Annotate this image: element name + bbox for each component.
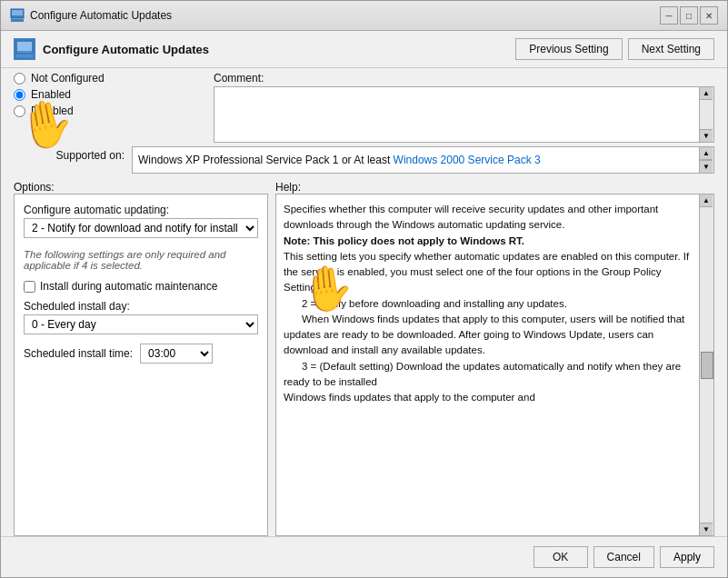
next-setting-button[interactable]: Next Setting [628, 38, 714, 60]
scheduled-time-label: Scheduled install time: [24, 347, 133, 360]
title-text: Configure Automatic Updates [30, 9, 172, 22]
config-dropdown[interactable]: 2 - Notify for download and notify for i… [24, 218, 258, 238]
auto-maintain-label[interactable]: Install during automatic maintenance [40, 280, 217, 293]
maximize-button[interactable]: □ [680, 6, 698, 25]
main-dialog: Configure Automatic Updates ─ □ ✕ Config… [0, 0, 728, 578]
help-scrollbar[interactable]: ▲ ▼ [699, 194, 713, 535]
scheduled-day-label: Scheduled install day: [24, 300, 258, 313]
svg-rect-2 [11, 19, 24, 22]
comment-column: Comment: ▲ ▼ [214, 72, 714, 143]
enabled-radio[interactable] [14, 89, 25, 101]
not-configured-radio[interactable] [14, 73, 25, 85]
not-configured-label[interactable]: Not Configured [31, 72, 105, 85]
supported-text: Windows XP Professional Service Pack 1 o… [138, 154, 541, 166]
help-p5: When Windows finds updates that apply to… [284, 312, 690, 359]
footer-row: OK Cancel Apply [1, 536, 727, 577]
svg-rect-5 [16, 55, 33, 57]
disabled-label[interactable]: Disabled [31, 105, 74, 117]
close-button[interactable]: ✕ [700, 6, 718, 25]
disabled-radio[interactable] [14, 105, 25, 117]
header-title: Configure Automatic Updates [43, 43, 209, 56]
scroll-down-arrow[interactable]: ▼ [700, 523, 713, 535]
title-bar-left: Configure Automatic Updates [10, 8, 172, 23]
svg-rect-4 [17, 42, 32, 51]
scheduled-day-group: Scheduled install day: 0 - Every day 1 -… [24, 300, 258, 334]
disabled-row: Disabled [14, 105, 214, 117]
help-p7: Windows finds updates that apply to the … [284, 390, 690, 405]
title-bar: Configure Automatic Updates ─ □ ✕ [1, 1, 727, 31]
options-box: Configure automatic updating: 2 - Notify… [14, 194, 268, 536]
help-content: Specifies whether this computer will rec… [284, 202, 706, 405]
help-p3: This setting lets you specify whether au… [284, 249, 690, 296]
supported-value: Windows XP Professional Service Pack 1 o… [132, 146, 700, 174]
note-text: The following settings are only required… [24, 249, 258, 271]
configure-updating-label: Configure automatic updating: [24, 204, 258, 216]
options-panel: Configure automatic updating: 2 - Notify… [14, 194, 268, 536]
help-box: Specifies whether this computer will rec… [275, 194, 714, 536]
win2000-link[interactable]: Windows 2000 Service Pack 3 [394, 154, 541, 166]
configure-updating-group: Configure automatic updating: 2 - Notify… [24, 204, 258, 238]
header-left: Configure Automatic Updates [14, 38, 209, 60]
title-controls: ─ □ ✕ [660, 6, 718, 25]
scheduled-time-dropdown[interactable]: 00:00 01:00 02:00 03:00 04:00 05:00 [140, 344, 213, 364]
scheduled-time-row: Scheduled install time: 00:00 01:00 02:0… [24, 344, 258, 364]
previous-setting-button[interactable]: Previous Setting [515, 38, 622, 60]
checkbox-row: Install during automatic maintenance [24, 280, 258, 293]
setting-icon [14, 38, 35, 60]
apply-button[interactable]: Apply [660, 546, 714, 568]
help-p2: Note: This policy does not apply to Wind… [284, 234, 690, 249]
radio-column: Not Configured Enabled Disabled [14, 72, 214, 117]
help-p6: 3 = (Default setting) Download the updat… [284, 359, 690, 391]
help-p1: Specifies whether this computer will rec… [284, 202, 690, 234]
two-col-layout: Configure automatic updating: 2 - Notify… [1, 194, 727, 536]
help-p4: 2 = Notify before downloading and instal… [284, 296, 690, 312]
ok-button[interactable]: OK [534, 546, 588, 568]
enabled-row: Enabled [14, 88, 214, 101]
auto-maintain-checkbox[interactable] [24, 281, 35, 293]
supported-value-cell: Windows XP Professional Service Pack 1 o… [132, 146, 714, 174]
scheduled-day-dropdown[interactable]: 0 - Every day 1 - Sunday 2 - Monday 3 - … [24, 314, 258, 334]
header-section: Configure Automatic Updates Previous Set… [1, 31, 727, 68]
not-configured-row: Not Configured [14, 72, 214, 85]
cancel-button[interactable]: Cancel [593, 546, 654, 568]
section-labels: Options: Help: [1, 179, 727, 194]
header-buttons: Previous Setting Next Setting [515, 38, 714, 60]
scroll-up-arrow[interactable]: ▲ [700, 194, 713, 207]
minimize-button[interactable]: ─ [660, 6, 678, 25]
enabled-label[interactable]: Enabled [31, 88, 71, 101]
supported-label: Supported on: [14, 146, 132, 162]
comment-label: Comment: [214, 72, 714, 85]
supported-row: Supported on: Windows XP Professional Se… [1, 146, 727, 179]
help-panel: Specifies whether this computer will rec… [275, 194, 714, 536]
radio-comment-row: Not Configured Enabled Disabled Comment:… [1, 68, 727, 146]
scroll-thumb[interactable] [701, 352, 713, 379]
comment-textarea[interactable] [214, 86, 700, 143]
svg-rect-1 [12, 10, 23, 15]
window-icon [10, 8, 25, 23]
